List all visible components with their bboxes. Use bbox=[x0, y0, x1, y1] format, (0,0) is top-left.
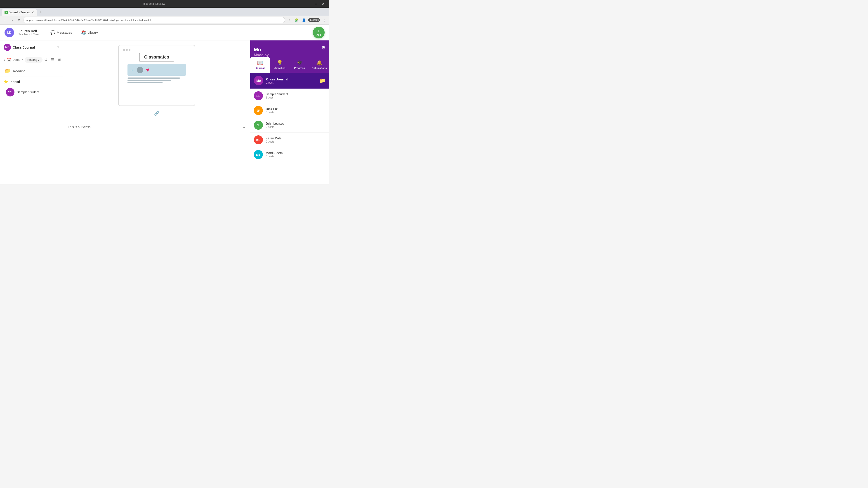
class-journal-posts: 1 post bbox=[266, 81, 317, 84]
student-list-item[interactable]: SS Sample Student 1 post bbox=[250, 89, 329, 103]
tab-favicon: S bbox=[4, 11, 8, 14]
filters-bar: ‹ 📅 Dates › reading ⌄ ⚙ ☰ ⊞ bbox=[0, 54, 63, 65]
pinned-header: ⭐ Pinned bbox=[4, 79, 59, 84]
classmates-title: Classmates bbox=[144, 55, 169, 59]
back-button[interactable]: ← bbox=[2, 17, 8, 23]
main-content: Classmates → ♥ bbox=[63, 40, 250, 184]
student-info-jl: John Louises 0 posts bbox=[266, 122, 326, 129]
student-info-ms: Mordi Seem 0 posts bbox=[266, 151, 326, 158]
progress-tab-icon: 🎓 bbox=[297, 60, 303, 66]
expand-caption-button[interactable]: ⌄ bbox=[243, 125, 246, 129]
extensions-button[interactable]: 🧩 bbox=[293, 17, 300, 23]
link-icon: 🔗 bbox=[154, 111, 159, 116]
folder-name: Reading bbox=[13, 69, 26, 73]
post-image-wrapper: Classmates → ♥ bbox=[68, 45, 246, 106]
pinned-student-item[interactable]: SS Sample Student bbox=[4, 86, 59, 98]
view-toggle: ☰ ⊞ bbox=[49, 57, 63, 63]
forward-button[interactable]: → bbox=[9, 17, 15, 23]
tab-activities[interactable]: 💡 Activities bbox=[270, 57, 289, 73]
ill-line-1 bbox=[127, 77, 180, 78]
window-close-button[interactable]: ✕ bbox=[320, 1, 327, 6]
student-posts-ss: 1 post bbox=[266, 96, 326, 99]
journal-tab-label: Journal bbox=[256, 67, 265, 69]
activities-tab-icon: 💡 bbox=[277, 60, 283, 66]
person-figure bbox=[137, 67, 143, 73]
notifications-tab-icon: 🔔 bbox=[316, 60, 322, 66]
student-name-ms: Mordi Seem bbox=[266, 151, 326, 155]
pin-icon: ⭐ bbox=[4, 79, 8, 84]
dates-prev-button[interactable]: ‹ bbox=[4, 57, 5, 63]
dates-arrow-icon: › bbox=[22, 58, 23, 61]
app-header: LD Lauren Deli Teacher · 1 Class 💬 Messa… bbox=[0, 25, 329, 40]
user-name: Lauren Deli bbox=[19, 29, 39, 33]
right-panel-tabs: 📖 Journal 💡 Activities 🎓 Progress 🔔 Noti… bbox=[250, 57, 329, 73]
student-posts-kd: 0 posts bbox=[266, 140, 326, 143]
tab-close-button[interactable]: ✕ bbox=[31, 11, 34, 14]
heart-icon: ♥ bbox=[146, 66, 149, 73]
window-maximize-button[interactable]: □ bbox=[313, 1, 319, 6]
window-minimize-button[interactable]: ─ bbox=[306, 1, 312, 6]
student-name-jp: Jack Pot bbox=[266, 107, 326, 111]
settings-icon[interactable]: ⚙ bbox=[321, 45, 326, 51]
profile-button[interactable]: 👤 bbox=[301, 17, 307, 23]
notifications-tab-label: Notifications bbox=[312, 67, 327, 69]
library-nav-item[interactable]: 📚 Library bbox=[79, 29, 100, 36]
student-list-item-ms[interactable]: MS Mordi Seem 0 posts bbox=[250, 147, 329, 162]
tab-journal[interactable]: 📖 Journal bbox=[250, 57, 270, 73]
browser-controls-bar: ← → ⟳ app.seesaw.me/#/class/class.e01bf4… bbox=[0, 15, 329, 25]
right-panel-header: Mo Moodjoy ⚙ bbox=[250, 40, 329, 57]
menu-button[interactable]: ⋮ bbox=[321, 17, 327, 23]
add-button[interactable]: + Add bbox=[313, 27, 324, 38]
window-controls[interactable]: ─ □ ✕ bbox=[306, 1, 327, 6]
user-role: Teacher · 1 Class bbox=[19, 33, 39, 36]
student-info-jp: Jack Pot 0 posts bbox=[266, 107, 326, 114]
class-journal-list-item[interactable]: Mo Class Journal 1 post 📁 bbox=[250, 73, 329, 89]
student-name-jl: John Louises bbox=[266, 122, 326, 125]
window-title: 8 Journal Seesaw bbox=[3, 2, 306, 5]
pinned-section: ⭐ Pinned SS Sample Student bbox=[0, 77, 63, 101]
address-bar[interactable]: app.seesaw.me/#/class/class.e01bf4c2-9a2… bbox=[24, 17, 285, 23]
bookmark-button[interactable]: ☆ bbox=[286, 17, 292, 23]
grid-view-button[interactable]: ⊞ bbox=[57, 57, 63, 63]
student-info-ss: Sample Student 1 post bbox=[266, 92, 326, 99]
student-list: SS Sample Student 1 post JP Jack Pot 0 p… bbox=[250, 89, 329, 184]
tab-progress[interactable]: 🎓 Progress bbox=[290, 57, 309, 73]
student-info-kd: Karen Dale 0 posts bbox=[266, 136, 326, 143]
class-journal-name: Class Journal bbox=[266, 77, 317, 81]
dates-filter[interactable]: 📅 Dates bbox=[6, 58, 20, 62]
tab-title: Journal - Seesaw bbox=[9, 11, 30, 14]
student-list-item-jl[interactable]: JL John Louises 0 posts bbox=[250, 118, 329, 133]
progress-tab-label: Progress bbox=[294, 67, 305, 69]
add-plus-icon: + bbox=[317, 29, 320, 34]
student-list-item-kd[interactable]: KD Karen Dale 0 posts bbox=[250, 133, 329, 147]
arrow-icon: → bbox=[130, 67, 134, 72]
student-posts-jp: 0 posts bbox=[266, 111, 326, 114]
link-button[interactable]: 🔗 bbox=[153, 109, 160, 117]
sidebar: Mo Class Journal ▼ ‹ 📅 Dates › reading ⌄… bbox=[0, 40, 63, 184]
messages-icon: 💬 bbox=[51, 30, 55, 35]
search-filter-field[interactable]: reading ⌄ bbox=[25, 57, 42, 63]
class-name: Class Journal bbox=[13, 45, 55, 49]
student-list-item-jp[interactable]: JP Jack Pot 0 posts bbox=[250, 103, 329, 118]
ill-line-2 bbox=[127, 80, 171, 81]
new-tab-button[interactable]: + bbox=[38, 9, 44, 15]
classmates-title-box: Classmates bbox=[139, 53, 174, 61]
list-view-button[interactable]: ☰ bbox=[49, 57, 56, 63]
post-container: Classmates → ♥ bbox=[63, 40, 250, 122]
activities-tab-label: Activities bbox=[274, 67, 285, 69]
post-caption-bar: This is our class! ⌄ bbox=[63, 122, 250, 132]
calendar-icon: 📅 bbox=[6, 58, 11, 62]
browser-active-tab[interactable]: S Journal - Seesaw ✕ bbox=[2, 9, 37, 15]
class-selector[interactable]: Mo Class Journal ▼ bbox=[0, 40, 63, 54]
folder-result-item[interactable]: 📁 Reading bbox=[0, 65, 63, 77]
pinned-label: Pinned bbox=[9, 80, 20, 84]
student-posts-jl: 0 posts bbox=[266, 125, 326, 129]
reload-button[interactable]: ⟳ bbox=[16, 17, 22, 23]
messages-label: Messages bbox=[57, 31, 72, 34]
filter-settings-icon[interactable]: ⚙ bbox=[44, 58, 48, 62]
tab-notifications[interactable]: 🔔 Notifications bbox=[309, 57, 329, 73]
messages-nav-item[interactable]: 💬 Messages bbox=[49, 29, 74, 36]
incognito-badge: Incognito bbox=[308, 18, 320, 22]
student-avatar-jp: JP bbox=[254, 106, 263, 115]
app-container: Mo Class Journal ▼ ‹ 📅 Dates › reading ⌄… bbox=[0, 40, 329, 184]
